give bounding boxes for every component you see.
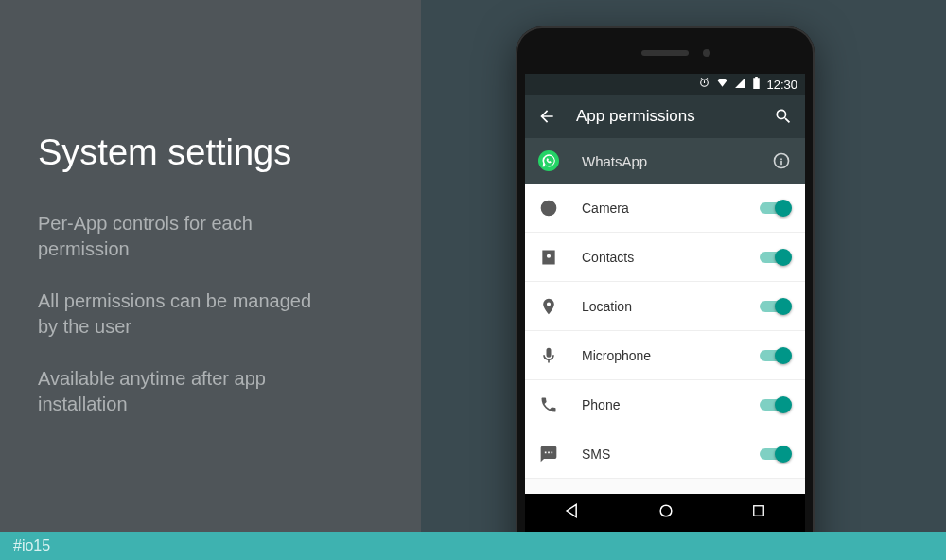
permission-row-sms: SMS bbox=[525, 429, 805, 479]
sms-icon bbox=[538, 444, 559, 464]
slide-bullet: Per-App controls for each permission bbox=[38, 211, 322, 262]
phone-frame: 12:30 App permissions WhatsApp bbox=[516, 26, 815, 560]
search-button[interactable] bbox=[773, 106, 794, 127]
permission-row-location: Location bbox=[525, 282, 805, 331]
permission-label: Phone bbox=[582, 397, 737, 412]
app-subheader: WhatsApp bbox=[525, 138, 805, 184]
location-icon bbox=[538, 296, 559, 317]
permission-row-phone: Phone bbox=[525, 380, 805, 429]
slide-bullet: Available anytime after app installation bbox=[38, 366, 322, 417]
permission-label: Location bbox=[582, 299, 737, 314]
back-button[interactable] bbox=[536, 106, 557, 127]
permission-label: SMS bbox=[582, 446, 737, 462]
wifi-icon bbox=[716, 77, 728, 92]
permission-toggle-contacts[interactable] bbox=[760, 249, 792, 266]
permission-toggle-phone[interactable] bbox=[760, 396, 792, 413]
svg-point-0 bbox=[660, 505, 672, 516]
whatsapp-icon bbox=[538, 150, 559, 171]
slide-text-panel: System settings Per-App controls for eac… bbox=[0, 0, 421, 532]
app-name-label: WhatsApp bbox=[582, 153, 748, 169]
permission-toggle-microphone[interactable] bbox=[760, 347, 792, 364]
permission-row-microphone: Microphone bbox=[525, 331, 805, 380]
permission-toggle-camera[interactable] bbox=[760, 200, 792, 217]
svg-rect-1 bbox=[754, 506, 764, 516]
nav-back-button[interactable] bbox=[563, 501, 582, 524]
clock-text: 12:30 bbox=[766, 78, 797, 92]
permission-toggle-sms[interactable] bbox=[760, 446, 792, 463]
permission-label: Microphone bbox=[582, 348, 737, 363]
nav-recent-button[interactable] bbox=[750, 502, 767, 523]
alarm-icon bbox=[698, 77, 710, 92]
phone-screen: 12:30 App permissions WhatsApp bbox=[525, 74, 805, 532]
contacts-icon bbox=[538, 247, 559, 268]
permission-label: Contacts bbox=[582, 250, 737, 265]
slide-title: System settings bbox=[38, 132, 383, 173]
slide-bullet: All permissions can be managed by the us… bbox=[38, 289, 322, 340]
app-bar: App permissions bbox=[525, 95, 805, 138]
app-bar-title: App permissions bbox=[576, 107, 754, 126]
permission-row-contacts: Contacts bbox=[525, 233, 805, 282]
permission-label: Camera bbox=[582, 201, 737, 216]
hashtag-text: #io15 bbox=[13, 537, 50, 554]
info-button[interactable] bbox=[771, 150, 792, 171]
battery-icon bbox=[752, 77, 761, 92]
phone-icon bbox=[538, 394, 559, 415]
nav-home-button[interactable] bbox=[657, 501, 675, 524]
phone-panel: 12:30 App permissions WhatsApp bbox=[421, 0, 946, 532]
camera-icon bbox=[538, 198, 559, 219]
footer-hashtag: #io15 bbox=[0, 532, 946, 560]
android-nav-bar bbox=[525, 494, 805, 532]
signal-icon bbox=[734, 77, 746, 92]
status-bar: 12:30 bbox=[525, 74, 805, 95]
permission-row-camera: Camera bbox=[525, 184, 805, 233]
microphone-icon bbox=[538, 345, 559, 366]
permissions-list: CameraContactsLocationMicrophonePhoneSMS bbox=[525, 184, 805, 479]
permission-toggle-location[interactable] bbox=[760, 298, 792, 315]
